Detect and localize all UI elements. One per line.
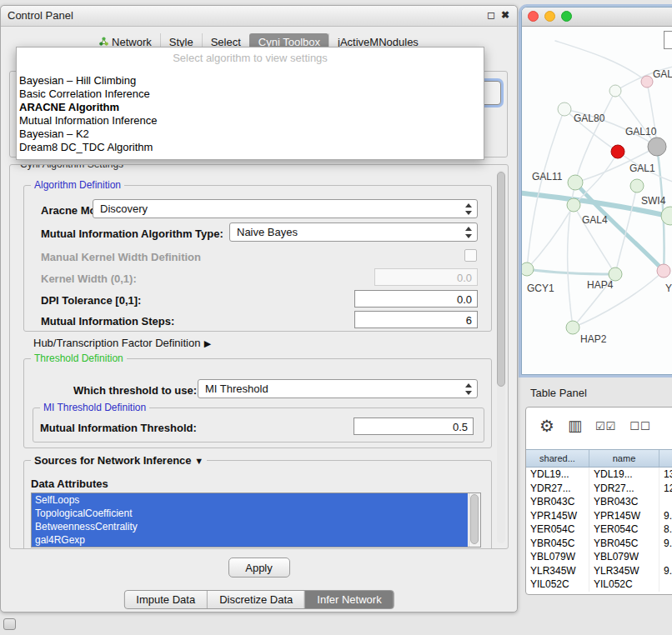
network-edge[interactable]	[575, 91, 615, 182]
mi-type-select[interactable]: Naive Bayes	[229, 222, 478, 242]
aracne-mode-select[interactable]: Discovery	[93, 199, 478, 218]
algorithm-option-list: Bayesian – Hill ClimbingBasic Correlatio…	[17, 74, 484, 154]
node-label: GCY1	[527, 282, 554, 294]
network-node[interactable]	[611, 145, 624, 158]
list-scrollbar[interactable]	[469, 493, 480, 547]
table-cell: 8.	[659, 522, 672, 537]
minimize-traffic-light-icon[interactable]	[544, 11, 555, 22]
column-header[interactable]: shared...	[526, 450, 589, 467]
table-cell: 9.	[659, 509, 672, 523]
network-graph[interactable]: GALGAL80GAL10GAL11GAL1SWI4GAL4GCY1HAP4YH…	[522, 26, 672, 375]
data-attribute-item[interactable]: BetweennessCentrality	[32, 520, 468, 533]
data-attributes-list[interactable]: SelfLoopsTopologicalCoefficientBetweenne…	[31, 492, 481, 548]
settings-scrollbar-thumb[interactable]	[497, 172, 505, 387]
table-cell	[659, 550, 672, 564]
table-row[interactable]: YBR045CYBR045C9.	[526, 537, 672, 551]
algorithm-dropdown-popup: Select algorithm to view settings Bayesi…	[16, 47, 484, 160]
algorithm-option[interactable]: Mutual Information Inference	[17, 114, 484, 128]
columns-icon[interactable]: ▥	[568, 417, 582, 435]
network-node-gal1[interactable]	[630, 179, 644, 192]
expand-right-icon: ▶	[204, 338, 211, 348]
algorithm-option[interactable]: Basic Correlation Inference	[17, 88, 484, 101]
table-row[interactable]: YLR345WYLR345W9.	[526, 564, 672, 578]
stepper-arrows-icon	[465, 383, 473, 395]
algorithm-option[interactable]: Bayesian – K2	[17, 128, 484, 141]
gear-icon[interactable]: ⚙	[539, 416, 554, 436]
algorithm-option[interactable]: ARACNE Algorithm	[17, 101, 484, 114]
network-node-gal11[interactable]	[568, 175, 583, 190]
zoom-traffic-light-icon[interactable]	[561, 11, 572, 22]
network-node-hap2[interactable]	[566, 321, 579, 334]
sources-group: Sources for Network Inference ▼ Data Att…	[23, 460, 492, 549]
network-node-gal80[interactable]	[558, 102, 571, 116]
tab-discretize-data[interactable]: Discretize Data	[207, 591, 304, 608]
data-attribute-item[interactable]: SelfLoops	[32, 493, 468, 507]
table-cell: YPR145W	[526, 509, 589, 523]
network-node[interactable]	[609, 85, 621, 97]
algorithm-option[interactable]: Dream8 DC_TDC Algorithm	[17, 141, 484, 154]
network-window-titlebar[interactable]	[522, 8, 672, 27]
select-all-icon[interactable]: ☑☑	[595, 420, 616, 432]
network-edge[interactable]	[555, 41, 647, 82]
hub-definition-toggle[interactable]: Hub/Transcription Factor Definition ▶	[33, 335, 211, 350]
network-node-gal10[interactable]	[648, 138, 666, 156]
settings-scrollbar[interactable]	[497, 170, 505, 543]
data-attribute-item[interactable]: gal4RGexp	[32, 533, 468, 547]
node-label: SWI4	[641, 195, 666, 207]
kernel-width-label: Kernel Width (0,1):	[41, 272, 137, 285]
table-cell	[659, 578, 672, 592]
kernel-width-field[interactable]: 0.0	[374, 268, 478, 286]
algorithm-definition-title: Algorithm Definition	[31, 179, 124, 191]
network-edge[interactable]	[527, 269, 615, 274]
desktop: Control Panel ◻ ✖ NetworkStyleSelectCyni…	[0, 0, 672, 635]
table-row[interactable]: YDL19...YDL19...13	[526, 468, 672, 482]
aracne-mode-value: Discovery	[100, 202, 148, 215]
network-edge[interactable]	[615, 186, 637, 274]
list-scrollbar-thumb[interactable]	[470, 494, 479, 544]
network-node-y[interactable]	[657, 264, 670, 278]
table-row[interactable]: YBL079WYBL079W	[526, 550, 672, 564]
node-label: Y	[665, 282, 672, 294]
column-header[interactable]	[659, 450, 672, 467]
mi-steps-field[interactable]: 6	[354, 311, 478, 328]
network-node-gal[interactable]	[641, 76, 653, 88]
control-panel-titlebar[interactable]: Control Panel ◻ ✖	[1, 6, 517, 27]
data-attributes-label: Data Attributes	[31, 478, 108, 490]
close-traffic-light-icon[interactable]	[528, 11, 539, 22]
deselect-all-icon[interactable]: ☐☐	[629, 420, 650, 432]
tab-infer-network[interactable]: Infer Network	[304, 591, 393, 608]
table-row[interactable]: YDR27...YDR27...12	[526, 482, 672, 496]
network-edge[interactable]	[527, 109, 564, 269]
table-cell: 12	[659, 482, 672, 496]
sources-toggle[interactable]: Sources for Network Inference ▼	[31, 454, 207, 467]
table-cell: YPR145W	[589, 509, 659, 523]
apply-button[interactable]: Apply	[228, 558, 290, 578]
network-view-window: GALGAL80GAL10GAL11GAL1SWI4GAL4GCY1HAP4YH…	[521, 7, 672, 375]
column-header[interactable]: name	[589, 450, 659, 467]
node-label: GAL80	[574, 112, 605, 124]
panel-dock-icon[interactable]	[3, 618, 16, 630]
data-attribute-item[interactable]: TopologicalCoefficient	[32, 507, 468, 520]
table-row[interactable]: YBR043CYBR043C	[526, 495, 672, 509]
mi-threshold-field[interactable]: 0.5	[354, 418, 474, 435]
network-node-gcy1[interactable]	[522, 262, 534, 276]
close-window-icon[interactable]: ✖	[501, 9, 509, 21]
network-edge[interactable]	[657, 147, 664, 271]
tab-impute-data[interactable]: Impute Data	[124, 591, 207, 608]
table-row[interactable]: YIL052CYIL052C	[526, 578, 672, 592]
dpi-tolerance-field[interactable]: 0.0	[354, 290, 478, 308]
dropdown-prompt: Select algorithm to view settings	[17, 52, 484, 64]
network-node-gal4[interactable]	[567, 198, 580, 212]
mi-type-value: Naive Bayes	[237, 226, 298, 238]
float-window-icon[interactable]: ◻	[487, 9, 495, 21]
node-label: GAL11	[532, 171, 563, 182]
table-row[interactable]: YPR145WYPR145W9.	[526, 509, 672, 523]
settings-group-title: Cyni Algorithm Settings	[17, 164, 127, 170]
data-attribute-items: SelfLoopsTopologicalCoefficientBetweenne…	[32, 493, 468, 547]
manual-kernel-checkbox[interactable]	[464, 249, 477, 262]
mi-threshold-label: Mutual Information Threshold:	[40, 422, 197, 434]
algorithm-option[interactable]: Bayesian – Hill Climbing	[17, 74, 484, 88]
table-cell: YDR27...	[589, 482, 659, 496]
table-row[interactable]: YER054CYER054C8.	[526, 522, 672, 537]
which-threshold-select[interactable]: MI Threshold	[198, 379, 478, 398]
